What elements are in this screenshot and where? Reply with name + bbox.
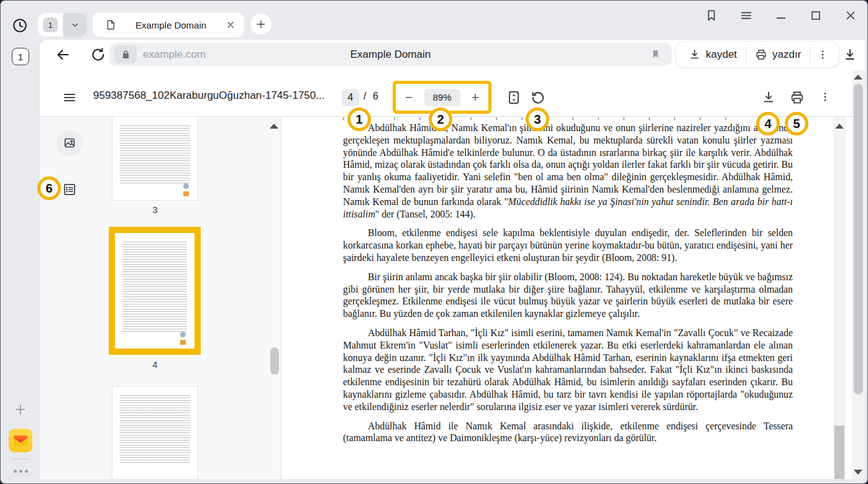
thumbnail-page-4-selected[interactable]: [109, 227, 201, 355]
print-button[interactable]: yazdır: [746, 42, 810, 67]
thumbnail-label: 3: [112, 204, 198, 215]
yandex-mail-icon[interactable]: [9, 429, 32, 452]
thumbnail-content: [122, 242, 187, 332]
more-actions-icon[interactable]: [810, 42, 835, 67]
callout-3: 3: [526, 107, 549, 131]
page-title: Example Domain: [109, 43, 672, 66]
sidebar-more-icon[interactable]: [10, 466, 31, 476]
total-pages: 6: [373, 91, 378, 102]
thumbnail-logo: [183, 183, 189, 189]
callout-2: 2: [429, 107, 452, 131]
thumbnail-label: 4: [112, 359, 198, 370]
sidebar-tab-counter[interactable]: 1: [12, 48, 29, 65]
scrollbar-thumb[interactable]: [834, 426, 844, 479]
thumbnail-content: [120, 126, 190, 184]
tab-close-icon[interactable]: [226, 20, 235, 30]
close-icon[interactable]: [843, 7, 859, 24]
downloads-panel-icon[interactable]: [842, 47, 858, 63]
page-actions: kaydet yazdır: [675, 41, 839, 68]
thumbnail-pane: 3 4: [40, 117, 281, 479]
callout-4: 4: [756, 112, 780, 135]
thumbnail-scrollbar[interactable]: [268, 117, 281, 479]
image-view-button[interactable]: [57, 130, 83, 156]
paragraph: Abdülhak Hâmid Tarhan, "İçli Kız" isimli…: [343, 327, 793, 413]
menu-icon[interactable]: [738, 7, 754, 24]
pdf-sidebar-toggle-icon[interactable]: [62, 90, 77, 105]
rotate-icon[interactable]: [530, 89, 546, 106]
thumbnail-page-3[interactable]: [112, 117, 198, 200]
pdf-viewer: 3 4 Abdül: [40, 117, 852, 479]
tab-example-domain[interactable]: Example Domain: [93, 12, 244, 37]
scroll-down-icon[interactable]: [854, 470, 862, 475]
paragraph: Abdülhak Hâmid'in, Namık Kemal'ın şiirle…: [343, 122, 793, 220]
address-bar[interactable]: example.com Example Domain: [109, 43, 672, 66]
left-sidebar: 1: [1, 40, 40, 479]
paragraph: Bloom, etkilenme endişesi sele kapılma b…: [343, 227, 793, 263]
scroll-up-icon[interactable]: [835, 124, 844, 129]
paragraph: Abdülhak Hâmid ile Namık Kemal arasındak…: [343, 420, 793, 445]
tab-title: Example Domain: [116, 20, 226, 30]
browser-content: example.com Example Domain kaydet: [40, 40, 865, 479]
document-paragraphs: Abdülhak Hâmid'in, Namık Kemal'ın şiirle…: [343, 122, 793, 451]
scroll-up-icon[interactable]: [854, 75, 862, 80]
thumbnail-logo: [180, 340, 186, 345]
callout-1: 1: [347, 107, 371, 131]
browser-window: 1 Example Domain: [0, 0, 868, 484]
tab-group-badge: 1: [43, 17, 58, 32]
callout-6: 6: [37, 176, 61, 200]
chevron-down-icon[interactable]: [63, 13, 87, 37]
image-icon: [63, 136, 76, 150]
zoom-in-button[interactable]: +: [468, 91, 482, 104]
outline-view-icon[interactable]: [62, 181, 78, 198]
pdf-download-icon[interactable]: [761, 89, 777, 106]
paragraph: Bir şiirin anlamı ancak başka bir şiir o…: [343, 271, 793, 320]
download-icon: [688, 48, 701, 61]
new-tab-button[interactable]: [250, 14, 272, 35]
back-icon[interactable]: [55, 47, 71, 63]
save-button[interactable]: kaydet: [680, 42, 746, 67]
bookmark-icon[interactable]: [649, 48, 662, 60]
scrollbar-thumb[interactable]: [270, 347, 279, 375]
zoom-out-button[interactable]: −: [402, 91, 416, 104]
browser-toolbar: example.com Example Domain kaydet: [40, 40, 865, 69]
reload-icon[interactable]: [90, 47, 106, 63]
tab-group[interactable]: 1: [38, 13, 87, 37]
thumbnail-logo: [180, 332, 186, 337]
pdf-page: Abdülhak Hâmid'in, Namık Kemal'ın şiirle…: [282, 117, 852, 479]
panel-bookmark-icon[interactable]: [703, 7, 720, 24]
thumbnail-page-5[interactable]: [112, 386, 198, 479]
zoom-level[interactable]: 89%: [424, 89, 460, 106]
scroll-up-icon[interactable]: [270, 124, 278, 129]
save-label: kaydet: [706, 48, 737, 61]
pdf-filename: 959387568_102KaraburguOğuzhan-1745-1750.…: [93, 89, 337, 102]
fit-to-page-icon[interactable]: [506, 89, 522, 106]
pdf-more-icon[interactable]: [818, 89, 833, 104]
window-controls: [703, 7, 859, 24]
tab-group-chip[interactable]: 1: [38, 13, 63, 37]
sidebar-add-icon[interactable]: [13, 402, 28, 417]
browser-scrollbar[interactable]: [852, 70, 865, 479]
titlebar: 1 Example Domain: [1, 1, 867, 40]
printer-icon: [755, 48, 767, 61]
minimize-icon[interactable]: [773, 7, 789, 24]
page-separator: /: [363, 91, 366, 102]
thumbnail-logo: [183, 191, 189, 196]
current-page-input[interactable]: 4: [342, 89, 359, 106]
scrollbar-thumb[interactable]: [854, 84, 863, 395]
callout-5: 5: [785, 112, 808, 135]
page-icon: [105, 19, 116, 31]
pdf-page-scrollbar[interactable]: [833, 117, 846, 479]
print-label: yazdır: [772, 48, 801, 61]
history-clock-icon[interactable]: [11, 17, 29, 34]
thumbnail-content: [120, 395, 190, 464]
maximize-icon[interactable]: [808, 7, 824, 24]
pdf-print-icon[interactable]: [789, 89, 805, 106]
sidebar-divider: [11, 459, 30, 459]
